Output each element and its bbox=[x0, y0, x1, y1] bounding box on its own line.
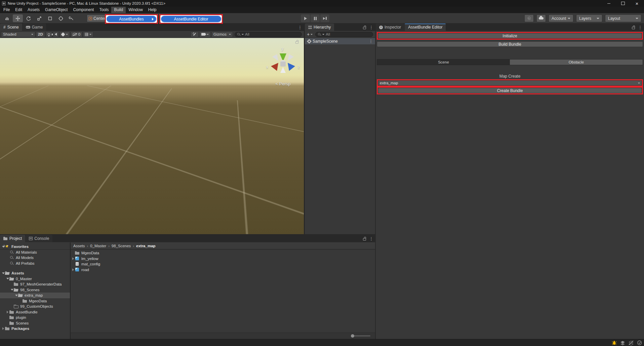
camera-settings-dropdown[interactable] bbox=[199, 32, 211, 37]
project-tree-item[interactable]: AssetBundle bbox=[0, 309, 70, 315]
kebab-menu-icon[interactable] bbox=[638, 25, 642, 30]
menubar-item[interactable]: Component bbox=[70, 7, 96, 13]
kebab-menu-icon[interactable] bbox=[369, 236, 373, 241]
project-tree-item[interactable]: extra_map bbox=[0, 293, 70, 298]
account-dropdown[interactable]: Account bbox=[549, 14, 573, 22]
asset-list-item[interactable]: lm_yellow bbox=[71, 256, 375, 262]
panel-tab[interactable]: Console bbox=[26, 235, 52, 242]
scene-tools-button[interactable] bbox=[191, 32, 199, 37]
move-tool-button[interactable] bbox=[13, 14, 23, 22]
panel-tab[interactable]: Game bbox=[23, 24, 46, 31]
project-tree-item[interactable]: MgeoData bbox=[0, 298, 70, 304]
build-bundle-button[interactable]: Build Bundle bbox=[377, 41, 643, 47]
lock-icon[interactable] bbox=[632, 27, 635, 29]
inspector-mode-tab[interactable]: Scene bbox=[377, 59, 510, 65]
menubar-item[interactable]: Edit bbox=[12, 7, 25, 13]
pause-button[interactable] bbox=[311, 14, 320, 22]
kebab-menu-icon[interactable] bbox=[369, 25, 373, 30]
project-tree-item[interactable]: Scenes bbox=[0, 320, 70, 326]
lock-icon[interactable] bbox=[363, 238, 366, 241]
breadcrumb-segment[interactable]: 98_Scenes bbox=[112, 244, 131, 248]
project-tree-item[interactable]: Assets bbox=[0, 270, 70, 276]
asset-list-item[interactable]: mat_config bbox=[71, 261, 375, 267]
hierarchy-scene-row[interactable]: SampleScene bbox=[305, 38, 375, 44]
menubar-item[interactable]: Window bbox=[126, 7, 146, 13]
minimize-button[interactable] bbox=[602, 0, 616, 7]
asset-list-item[interactable]: MgeoData bbox=[71, 250, 375, 256]
map-name-dropdown[interactable]: extra_map bbox=[378, 80, 642, 86]
2d-toggle-button[interactable]: 2D bbox=[36, 32, 45, 37]
menubar-item[interactable]: Tools bbox=[96, 7, 111, 13]
thumbnail-zoom-slider[interactable] bbox=[352, 336, 370, 336]
cloud-services-button[interactable] bbox=[536, 14, 546, 22]
panel-tab[interactable]: Project bbox=[0, 235, 25, 242]
breadcrumb-segment[interactable]: extra_map bbox=[136, 244, 156, 248]
lock-icon[interactable] bbox=[363, 27, 366, 29]
kebab-menu-icon[interactable] bbox=[298, 25, 302, 30]
cache-server-icon[interactable] bbox=[620, 340, 625, 345]
expand-arrow-icon[interactable] bbox=[71, 257, 75, 260]
progress-check-icon[interactable] bbox=[637, 340, 642, 345]
lock-icon[interactable] bbox=[295, 41, 298, 44]
gizmos-dropdown[interactable]: Gizmos bbox=[211, 32, 233, 37]
project-tree-item[interactable]: 0_Master bbox=[0, 276, 70, 282]
hidden-objects-button[interactable]: 0 bbox=[71, 32, 82, 37]
kebab-menu-icon[interactable] bbox=[369, 39, 373, 43]
expand-arrow-icon[interactable] bbox=[6, 311, 9, 313]
axis-x-label[interactable]: x bbox=[266, 65, 268, 70]
asset-list-item[interactable]: road bbox=[71, 267, 375, 273]
step-button[interactable] bbox=[320, 14, 329, 22]
scale-tool-button[interactable] bbox=[34, 14, 44, 22]
breadcrumb-segment[interactable]: 0_Master bbox=[90, 244, 106, 248]
menubar-item[interactable]: Assets bbox=[25, 7, 42, 13]
expand-arrow-icon[interactable] bbox=[71, 268, 75, 271]
dropdown-menu-item[interactable]: AssetBundle Editor bbox=[161, 16, 221, 22]
inspector-mode-tab[interactable]: Obstacle bbox=[510, 59, 643, 65]
slider-knob[interactable] bbox=[351, 334, 354, 338]
projection-label[interactable]: < Persp bbox=[267, 81, 299, 86]
transform-tool-button[interactable] bbox=[56, 14, 66, 22]
hierarchy-search-input[interactable]: All bbox=[315, 32, 373, 37]
breadcrumb-segment[interactable]: Assets bbox=[73, 244, 85, 248]
shading-mode-dropdown[interactable]: Shaded bbox=[1, 32, 35, 37]
expand-arrow-icon[interactable] bbox=[1, 327, 5, 330]
rect-tool-button[interactable] bbox=[45, 14, 55, 22]
cache-server-disabled-icon[interactable] bbox=[629, 340, 634, 345]
panel-tab[interactable]: AssetBundle Editor bbox=[405, 24, 446, 31]
project-tree-item[interactable]: All Models bbox=[0, 255, 70, 261]
menubar-item[interactable]: Help bbox=[146, 7, 159, 13]
scene-search-input[interactable]: All bbox=[235, 32, 302, 37]
effects-dropdown[interactable] bbox=[59, 32, 70, 37]
layers-dropdown[interactable]: Layers bbox=[576, 14, 602, 22]
create-object-button[interactable]: + bbox=[306, 32, 314, 37]
project-tree-item[interactable]: All Materials bbox=[0, 250, 70, 255]
panel-tab[interactable]: Inspector bbox=[376, 24, 404, 31]
project-tree-item[interactable]: All Prefabs bbox=[0, 261, 70, 266]
rotate-tool-button[interactable] bbox=[24, 14, 34, 22]
hand-tool-button[interactable] bbox=[2, 14, 12, 22]
maximize-button[interactable] bbox=[616, 0, 630, 7]
expand-arrow-icon[interactable] bbox=[10, 289, 14, 291]
project-tree-item[interactable]: plugin bbox=[0, 315, 70, 320]
project-tree-item[interactable]: Packages bbox=[0, 326, 70, 332]
expand-arrow-icon[interactable] bbox=[14, 295, 18, 296]
expand-arrow-icon[interactable] bbox=[6, 278, 9, 279]
lighting-toggle-button[interactable] bbox=[46, 32, 52, 37]
menubar-item[interactable]: File bbox=[1, 7, 12, 13]
play-button[interactable] bbox=[301, 14, 310, 22]
expand-arrow-icon[interactable] bbox=[1, 272, 5, 274]
menubar-item[interactable]: GameObject bbox=[42, 7, 70, 13]
debug-bug-icon[interactable] bbox=[612, 340, 617, 345]
project-tree-item[interactable]: 97_MeshGeneraterData bbox=[0, 282, 70, 287]
custom-tool-button[interactable] bbox=[67, 14, 77, 22]
create-bundle-button[interactable]: Create Bundle bbox=[378, 88, 642, 93]
axis-z-label[interactable]: z bbox=[298, 65, 300, 70]
axis-gizmo-icon[interactable] bbox=[267, 47, 299, 80]
layout-dropdown[interactable]: Layout bbox=[605, 14, 641, 22]
orientation-gizmo[interactable]: y x z < Persp bbox=[267, 47, 299, 86]
initialize-button[interactable]: Initialize bbox=[378, 33, 642, 39]
menubar-item[interactable]: Build bbox=[111, 7, 126, 13]
axis-y-label[interactable]: y bbox=[282, 46, 284, 51]
project-tree-item[interactable]: Favorites bbox=[0, 244, 70, 250]
project-tree-item[interactable]: 98_Scenes bbox=[0, 287, 70, 293]
